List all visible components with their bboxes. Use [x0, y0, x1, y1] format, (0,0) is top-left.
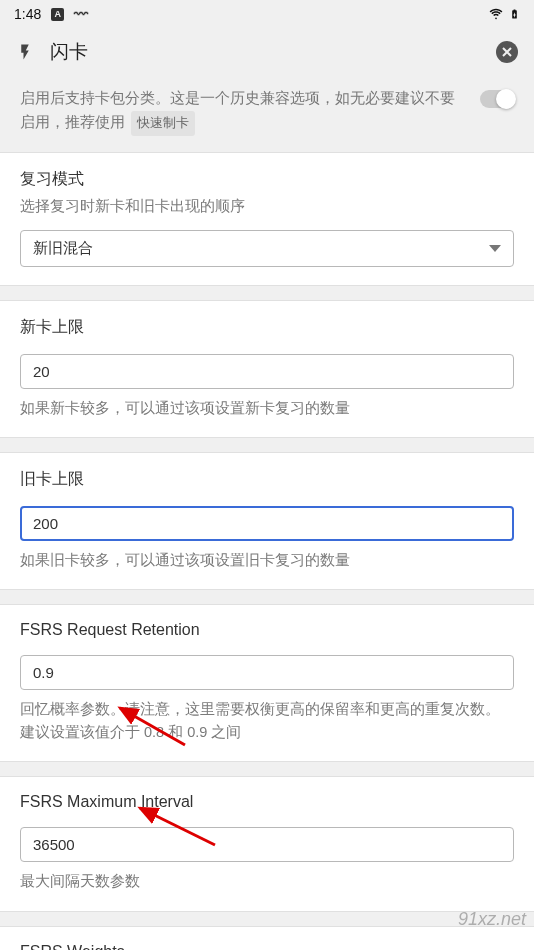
max-interval-label: FSRS Maximum Interval	[20, 793, 514, 811]
max-interval-desc: 最大间隔天数参数	[20, 870, 514, 892]
new-limit-desc: 如果新卡较多，可以通过该项设置新卡复习的数量	[20, 397, 514, 419]
weights-label: FSRS Weights	[20, 943, 514, 950]
old-limit-input[interactable]	[20, 506, 514, 541]
page-title: 闪卡	[50, 39, 480, 65]
new-limit-input[interactable]	[20, 354, 514, 389]
chevron-down-icon	[489, 245, 501, 252]
review-mode-select[interactable]: 新旧混合	[20, 230, 514, 267]
old-limit-desc: 如果旧卡较多，可以通过该项设置旧卡复习的数量	[20, 549, 514, 571]
quick-card-chip[interactable]: 快速制卡	[131, 111, 195, 136]
retention-section: FSRS Request Retention 回忆概率参数。请注意，这里需要权衡…	[0, 604, 534, 762]
close-button[interactable]	[496, 41, 518, 63]
review-mode-section: 复习模式 选择复习时新卡和旧卡出现的顺序 新旧混合	[0, 152, 534, 286]
intro-desc: 启用后支持卡包分类。这是一个历史兼容选项，如无必要建议不要启用，推荐使用	[20, 89, 455, 130]
retention-desc: 回忆概率参数。请注意，这里需要权衡更高的保留率和更高的重复次数。建议设置该值介于…	[20, 698, 514, 743]
wifi-icon	[489, 7, 503, 21]
new-limit-section: 新卡上限 如果新卡较多，可以通过该项设置新卡复习的数量	[0, 300, 534, 438]
intro-text: 启用后支持卡包分类。这是一个历史兼容选项，如无必要建议不要启用，推荐使用 快速制…	[20, 86, 468, 136]
review-mode-label: 复习模式	[20, 169, 514, 190]
max-interval-input[interactable]	[20, 827, 514, 862]
review-mode-value: 新旧混合	[33, 239, 93, 258]
app-header: 闪卡	[0, 28, 534, 76]
status-icon-a: A	[51, 8, 64, 21]
status-bar: 1:48 A 〰	[0, 0, 534, 28]
old-limit-label: 旧卡上限	[20, 469, 514, 490]
new-limit-label: 新卡上限	[20, 317, 514, 338]
watermark: 91xz.net	[458, 909, 526, 930]
battery-icon	[509, 6, 520, 22]
status-time: 1:48	[14, 6, 41, 22]
retention-label: FSRS Request Retention	[20, 621, 514, 639]
old-limit-section: 旧卡上限 如果旧卡较多，可以通过该项设置旧卡复习的数量	[0, 452, 534, 590]
intro-section: 启用后支持卡包分类。这是一个历史兼容选项，如无必要建议不要启用，推荐使用 快速制…	[0, 76, 534, 152]
lightning-icon	[16, 41, 34, 63]
weights-section: FSRS Weights 算法权重参数。默认值为较小样本获得，如果需要调整请使用…	[0, 926, 534, 950]
retention-input[interactable]	[20, 655, 514, 690]
max-interval-section: FSRS Maximum Interval 最大间隔天数参数	[0, 776, 534, 911]
category-toggle[interactable]	[480, 90, 514, 108]
review-mode-sub: 选择复习时新卡和旧卡出现的顺序	[20, 196, 514, 218]
status-icon-m: 〰	[74, 6, 88, 22]
